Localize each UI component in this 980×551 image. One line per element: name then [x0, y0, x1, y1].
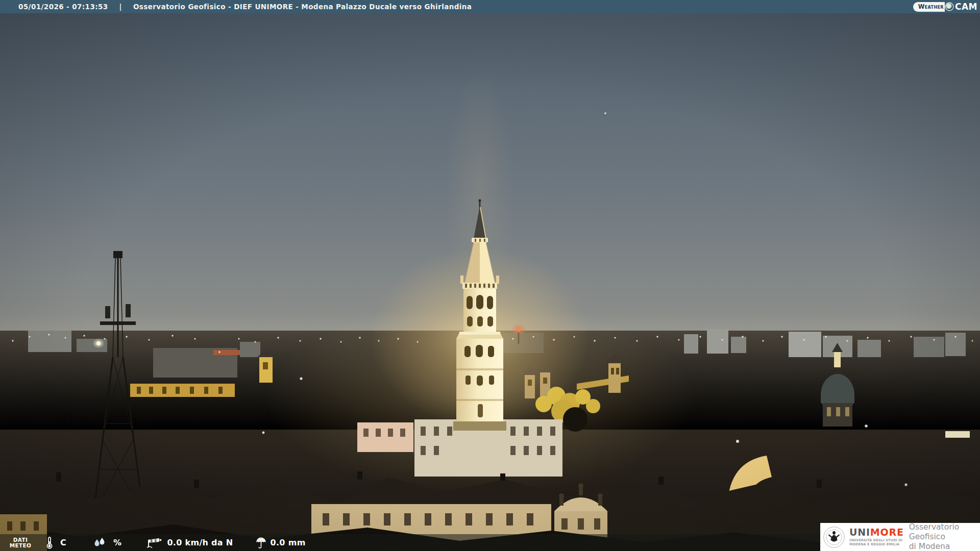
unimore-subtitle-2: MODENA E REGGIO EMILIA	[849, 543, 904, 546]
timestamp: 05/01/2026 - 07:13:53	[18, 3, 108, 11]
temperature-reading: C	[46, 537, 66, 549]
observatory-name: Osservatorio Geofisico di Modena	[909, 522, 980, 551]
camera-title: Osservatorio Geofisico - DIEF UNIMORE - …	[133, 3, 472, 11]
city-scene	[0, 0, 980, 551]
meteo-data-label: DATI METEO	[6, 537, 35, 548]
humidity-reading: %	[93, 537, 121, 548]
bell-tower	[608, 363, 621, 393]
star	[604, 112, 606, 114]
unimore-logo-box: UNIMORE UNIVERSITÀ DEGLI STUDI DI MODENA…	[820, 523, 980, 551]
weathercam-cam-label: CAM	[955, 2, 977, 12]
separator: |	[119, 3, 122, 11]
top-bar: 05/01/2026 - 07:13:53 | Osservatorio Geo…	[0, 0, 980, 13]
windsock-icon	[146, 537, 163, 549]
weathercam-logo: Weather CAM	[913, 1, 977, 12]
weathercam-pill: Weather	[913, 2, 945, 12]
webcam-frame: 05/01/2026 - 07:13:53 | Osservatorio Geo…	[0, 0, 980, 551]
humidity-unit: %	[113, 538, 121, 547]
weathercam-weather-label: Weather	[918, 3, 944, 10]
bright-sign	[945, 431, 970, 438]
unimore-seal-icon	[822, 525, 846, 549]
humidity-drops-icon	[93, 537, 106, 548]
rain-reading: 0.0 mm	[255, 537, 306, 549]
small-belltower	[259, 357, 273, 383]
wind-reading: 0.0 km/h da N	[146, 537, 233, 549]
unimore-more: MORE	[870, 527, 904, 538]
street-lamp	[92, 338, 105, 348]
umbrella-icon	[255, 537, 267, 549]
rain-value: 0.0 mm	[271, 538, 306, 547]
temperature-unit: C	[60, 538, 66, 547]
unimore-wordmark: UNIMORE UNIVERSITÀ DEGLI STUDI DI MODENA…	[849, 528, 904, 546]
unimore-uni: UNI	[849, 527, 870, 538]
thermometer-icon	[46, 537, 53, 549]
weathercam-lens-icon	[946, 3, 953, 10]
wind-value: 0.0 km/h da N	[167, 538, 233, 547]
